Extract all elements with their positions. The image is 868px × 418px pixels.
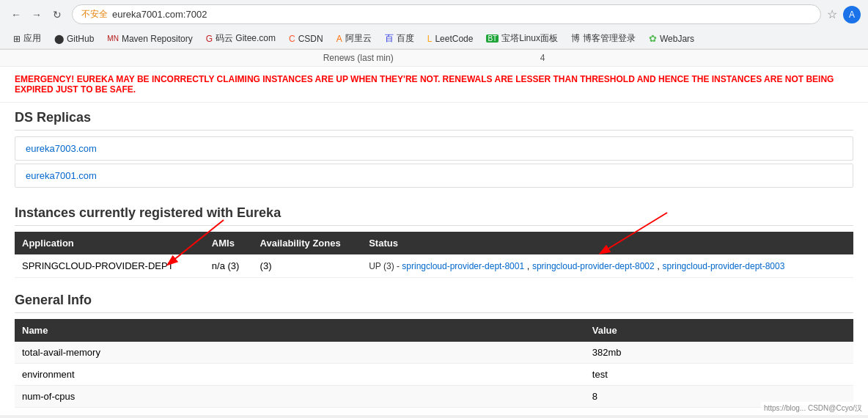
instance-link-8002[interactable]: springcloud-provider-dept-8002 [532,261,655,271]
ds-replicas-section: DS Replicas eureka7003.com eureka7001.co… [0,103,868,198]
browser-chrome: ← → ↻ 不安全 eureka7001.com:7002 ☆ A ⊞ 应用 ⬤… [0,0,868,50]
app-name: SPRINGCLOUD-PROVIDER-DEPT [15,254,205,278]
bookmark-leetcode[interactable]: L LeetCode [422,32,479,46]
replica-item: eureka7003.com [15,136,853,161]
table-row: SPRINGCLOUD-PROVIDER-DEPT n/a (3) (3) UP… [15,254,853,278]
address-bar[interactable]: 不安全 eureka7001.com:7002 [72,4,821,24]
instances-table-header: Application AMIs Availability Zones Stat… [15,232,853,254]
bookmark-bt[interactable]: BT 宝塔Linux面板 [480,30,563,47]
bookmark-label: 应用 [23,32,41,45]
forward-button[interactable]: → [28,6,45,23]
col-value: Value [585,319,853,342]
emergency-banner: EMERGENCY! EUREKA MAY BE INCORRECTLY CLA… [0,67,868,103]
bookmark-blog-admin[interactable]: 博 博客管理登录 [565,30,641,47]
bookmark-label: GitHub [67,34,94,44]
table-row: total-avail-memory 382mb [15,342,853,364]
table-row: num-of-cpus 8 [15,386,853,408]
col-availability-zones: Availability Zones [253,232,362,254]
general-info-section: General Info Name Value total-avail-memo… [0,285,868,415]
general-info-table: Name Value total-avail-memory 382mb envi… [15,319,853,408]
instances-section: Instances currently registered with Eure… [0,198,868,285]
ds-replicas-title: DS Replicas [15,110,853,131]
instance-link-8001[interactable]: springcloud-provider-dept-8001 [402,261,524,271]
emergency-text: EMERGENCY! EUREKA MAY BE INCORRECTLY CLA… [15,74,834,95]
apps-icon: ⊞ [13,34,21,44]
leetcode-icon: L [427,34,433,44]
bookmark-gitee[interactable]: G 码云 Gitee.com [200,30,282,47]
bookmark-label: WebJars [660,34,694,44]
lock-icon: 不安全 [81,8,108,21]
maven-icon: MN [107,34,119,43]
separator-2: , [657,260,662,271]
baidu-icon: 百 [385,32,394,45]
page-content: Renews (last min) 4 EMERGENCY! EUREKA MA… [0,50,868,415]
browser-toolbar: ← → ↻ 不安全 eureka7001.com:7002 ☆ A [0,0,868,29]
info-value: test [585,364,853,386]
renews-value: 4 [540,53,545,63]
bookmark-label: 阿里云 [345,32,372,45]
replica-link-1[interactable]: eureka7003.com [26,143,97,154]
profile-button[interactable]: A [843,6,861,23]
col-application: Application [15,232,205,254]
info-value: 382mb [585,342,853,364]
bookmark-baidu[interactable]: 百 百度 [379,30,420,47]
instances-table: Application AMIs Availability Zones Stat… [15,232,853,278]
general-table-header: Name Value [15,319,853,342]
back-button[interactable]: ← [7,6,25,23]
bookmark-label: 码云 Gitee.com [216,32,276,45]
refresh-button[interactable]: ↻ [48,6,66,23]
status-text: UP (3) - [369,261,402,271]
bookmark-label: 宝塔Linux面板 [501,32,558,45]
info-name: total-avail-memory [15,342,585,364]
nav-buttons: ← → ↻ [7,6,66,23]
renews-row: Renews (last min) 4 [0,50,868,67]
bookmark-csdn[interactable]: C CSDN [283,32,329,46]
url-display: eureka7001.com:7002 [112,9,207,20]
bookmark-label: 百度 [397,32,414,45]
renews-label: Renews (last min) [323,53,394,63]
bookmark-aliyun[interactable]: A 阿里云 [331,30,378,47]
watermark: https://blog... CSDN@Ccyo/汉 [761,402,865,415]
github-icon: ⬤ [54,34,64,44]
bookmark-star-button[interactable]: ☆ [827,7,837,21]
instance-link-8003[interactable]: springcloud-provider-dept-8003 [663,261,785,271]
info-name: environment [15,364,585,386]
bookmark-webjars[interactable]: ✿ WebJars [643,31,700,46]
aliyun-icon: A [336,34,342,44]
table-row: environment test [15,364,853,386]
amis-value: n/a (3) [205,254,253,278]
bookmark-label: CSDN [298,34,323,44]
bookmark-apps[interactable]: ⊞ 应用 [7,30,47,47]
bt-icon: BT [486,34,499,43]
bookmark-label: Maven Repository [122,34,193,44]
bookmark-github[interactable]: ⬤ GitHub [48,32,100,46]
general-info-title: General Info [15,293,853,313]
blog-admin-icon: 博 [571,32,580,45]
separator-1: , [527,260,532,271]
gitee-icon: G [206,34,213,44]
bookmark-maven[interactable]: MN Maven Repository [101,32,198,46]
info-name: num-of-cpus [15,386,585,408]
col-status: Status [361,232,853,254]
replica-link-2[interactable]: eureka7001.com [26,170,97,181]
col-amis: AMIs [205,232,253,254]
bookmarks-bar: ⊞ 应用 ⬤ GitHub MN Maven Repository G 码云 G… [0,29,868,49]
bookmark-label: LeetCode [435,34,473,44]
csdn-icon: C [289,34,295,44]
instances-title: Instances currently registered with Eure… [15,205,853,226]
bookmark-label: 博客管理登录 [583,32,636,45]
replica-item: eureka7001.com [15,164,853,188]
status-value: UP (3) - springcloud-provider-dept-8001 … [361,254,853,278]
col-name: Name [15,319,585,342]
webjars-icon: ✿ [649,33,657,44]
availability-zones-value: (3) [253,254,362,278]
